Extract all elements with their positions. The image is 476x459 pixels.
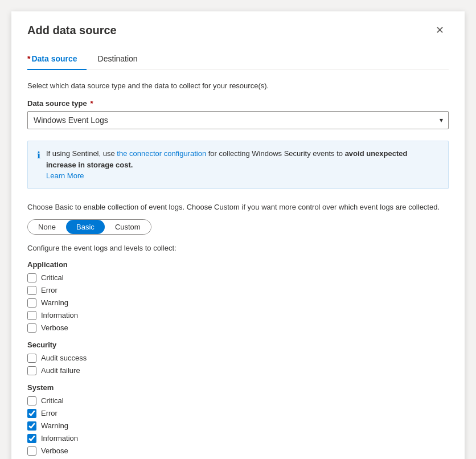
app-information-label[interactable]: Information bbox=[41, 311, 78, 319]
app-warning-item: Warning bbox=[27, 298, 449, 308]
app-verbose-item: Verbose bbox=[27, 323, 449, 333]
seg-btn-basic[interactable]: Basic bbox=[66, 220, 105, 234]
sys-error-checkbox[interactable] bbox=[27, 409, 36, 418]
seg-btn-custom[interactable]: Custom bbox=[105, 220, 151, 234]
system-heading: System bbox=[27, 383, 449, 392]
sys-warning-checkbox[interactable] bbox=[27, 421, 36, 431]
data-source-type-select[interactable]: Windows Event Logs Linux Syslog Performa… bbox=[27, 111, 449, 129]
app-critical-label[interactable]: Critical bbox=[41, 273, 64, 282]
dialog-header: Add data source ✕ bbox=[27, 23, 449, 38]
required-star: * bbox=[27, 54, 30, 63]
app-verbose-label[interactable]: Verbose bbox=[41, 323, 68, 332]
sys-warning-label[interactable]: Warning bbox=[41, 421, 68, 430]
sys-verbose-label[interactable]: Verbose bbox=[41, 446, 68, 455]
info-banner: ℹ If using Sentinel, use the connector c… bbox=[27, 141, 449, 189]
sys-error-label[interactable]: Error bbox=[41, 409, 58, 417]
sec-audit-failure-item: Audit failure bbox=[27, 366, 449, 375]
sys-verbose-checkbox[interactable] bbox=[27, 446, 36, 456]
dialog-title: Add data source bbox=[27, 24, 117, 37]
system-section: System Critical Error Warning Informatio… bbox=[27, 383, 449, 456]
section-description: Select which data source type and the da… bbox=[27, 81, 449, 90]
sec-audit-failure-checkbox[interactable] bbox=[27, 366, 36, 375]
sys-critical-checkbox[interactable] bbox=[27, 396, 36, 405]
sys-warning-item: Warning bbox=[27, 421, 449, 431]
add-data-source-dialog: Add data source ✕ *Data source Destinati… bbox=[11, 11, 465, 459]
application-heading: Application bbox=[27, 260, 449, 269]
segmented-control: None Basic Custom bbox=[27, 219, 151, 235]
sys-information-label[interactable]: Information bbox=[41, 434, 78, 442]
sec-audit-success-item: Audit success bbox=[27, 354, 449, 363]
app-information-checkbox[interactable] bbox=[27, 311, 36, 320]
sec-audit-failure-label[interactable]: Audit failure bbox=[41, 366, 80, 375]
sys-information-item: Information bbox=[27, 434, 449, 443]
tab-data-source[interactable]: *Data source bbox=[27, 50, 87, 70]
info-icon: ℹ bbox=[37, 149, 40, 182]
sys-critical-item: Critical bbox=[27, 396, 449, 405]
app-critical-item: Critical bbox=[27, 273, 449, 282]
tab-destination[interactable]: Destination bbox=[98, 50, 147, 70]
sys-critical-label[interactable]: Critical bbox=[41, 396, 64, 405]
app-error-label[interactable]: Error bbox=[41, 286, 58, 294]
app-warning-checkbox[interactable] bbox=[27, 298, 36, 308]
data-source-type-label: Data source type * bbox=[27, 99, 449, 108]
sys-error-item: Error bbox=[27, 409, 449, 418]
sec-audit-success-label[interactable]: Audit success bbox=[41, 354, 87, 362]
app-verbose-checkbox[interactable] bbox=[27, 323, 36, 333]
app-warning-label[interactable]: Warning bbox=[41, 298, 68, 307]
close-button[interactable]: ✕ bbox=[431, 23, 449, 38]
app-error-item: Error bbox=[27, 286, 449, 295]
application-section: Application Critical Error Warning Infor… bbox=[27, 260, 449, 333]
connector-config-link[interactable]: the connector configuration bbox=[117, 149, 206, 158]
data-source-type-wrapper: Windows Event Logs Linux Syslog Performa… bbox=[27, 111, 449, 129]
tabs-bar: *Data source Destination bbox=[27, 49, 449, 70]
configure-label: Configure the event logs and levels to c… bbox=[27, 244, 449, 252]
info-banner-content: If using Sentinel, use the connector con… bbox=[46, 148, 439, 182]
choose-description: Choose Basic to enable collection of eve… bbox=[27, 203, 449, 211]
security-section: Security Audit success Audit failure bbox=[27, 341, 449, 375]
sec-audit-success-checkbox[interactable] bbox=[27, 354, 36, 363]
app-critical-checkbox[interactable] bbox=[27, 273, 36, 282]
app-information-item: Information bbox=[27, 311, 449, 320]
sys-information-checkbox[interactable] bbox=[27, 434, 36, 443]
security-heading: Security bbox=[27, 341, 449, 349]
seg-btn-none[interactable]: None bbox=[28, 220, 66, 234]
sys-verbose-item: Verbose bbox=[27, 446, 449, 456]
learn-more-link[interactable]: Learn More bbox=[46, 171, 84, 180]
app-error-checkbox[interactable] bbox=[27, 286, 36, 295]
